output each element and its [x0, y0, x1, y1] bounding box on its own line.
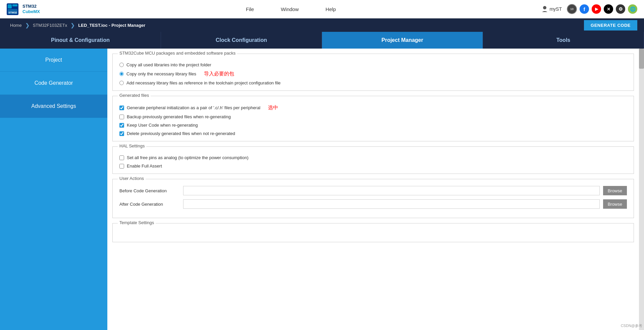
- generated-files-title: Generated files: [118, 93, 151, 98]
- annotation-gen-peripheral: 选中: [268, 105, 278, 111]
- myst-label: myST: [549, 6, 562, 12]
- radio-copy-necessary[interactable]: Copy only the necessary library files 导入…: [119, 71, 627, 77]
- logo-text-stm32: STM32: [22, 4, 40, 9]
- annotation-copy-necessary: 导入必要的包: [204, 71, 234, 77]
- breadcrumb-project[interactable]: LED_TEST.ioc - Project Manager: [75, 23, 149, 28]
- checkbox-full-assert[interactable]: Enable Full Assert: [119, 163, 627, 169]
- before-codegen-input[interactable]: [183, 186, 600, 195]
- svg-rect-2: [12, 4, 17, 6]
- icon-github[interactable]: ⚙: [616, 4, 625, 14]
- checkbox-gen-peripheral[interactable]: Generate peripheral initialization as a …: [119, 105, 627, 111]
- radio-add-reference[interactable]: Add necessary library files as reference…: [119, 80, 627, 85]
- checkbox-keep-user-code[interactable]: Keep User Code when re-generating: [119, 123, 627, 128]
- icon-x-twitter[interactable]: ✕: [604, 4, 613, 14]
- breadcrumb-chip[interactable]: STM32F103ZETx: [30, 23, 71, 28]
- breadcrumb-sep-1: ❯: [25, 22, 30, 28]
- logo-icon: STM32: [7, 3, 18, 15]
- social-icons-area: 10 f ▶ ✕ ⚙ 🌐: [567, 4, 637, 14]
- logo-text-cubemx: CubeMX: [22, 9, 40, 14]
- mcu-packages-options: Copy all used libraries into the project…: [119, 62, 627, 85]
- icon-youtube[interactable]: ▶: [592, 4, 601, 14]
- breadcrumb-sep-2: ❯: [70, 22, 75, 28]
- mcu-packages-title: STM32Cube MCU packages and embedded soft…: [118, 51, 237, 56]
- sidebar-item-project[interactable]: Project: [0, 49, 107, 72]
- breadcrumb-home[interactable]: Home: [7, 23, 25, 28]
- radio-copy-all-input[interactable]: [119, 63, 124, 67]
- user-actions-title: User Actions: [118, 176, 146, 181]
- scrollbar-track[interactable]: [639, 49, 644, 330]
- tab-clock[interactable]: Clock Configuration: [161, 32, 322, 49]
- top-menu: File Window Help: [40, 5, 542, 14]
- sidebar: Project Code Generator Advanced Settings: [0, 49, 107, 330]
- menu-file[interactable]: File: [243, 5, 257, 14]
- after-codegen-browse[interactable]: Browse: [603, 199, 627, 209]
- checkbox-full-assert-input[interactable]: [119, 164, 124, 169]
- top-bar: STM32 STM32 CubeMX File Window Help myST…: [0, 0, 644, 18]
- main-content: STM32Cube MCU packages and embedded soft…: [107, 49, 639, 330]
- hal-settings-section: HAL Settings Set all free pins as analog…: [112, 146, 634, 174]
- radio-copy-all[interactable]: Copy all used libraries into the project…: [119, 62, 627, 67]
- user-actions-section: User Actions Before Code Generation Brow…: [112, 179, 634, 218]
- icon-facebook[interactable]: f: [580, 4, 589, 14]
- menu-window[interactable]: Window: [277, 5, 302, 14]
- checkbox-gen-peripheral-input[interactable]: [119, 106, 124, 110]
- svg-rect-1: [8, 4, 12, 8]
- action-row-before: Before Code Generation Browse: [119, 186, 627, 195]
- tab-pinout[interactable]: Pinout & Configuration: [0, 32, 161, 49]
- before-codegen-browse[interactable]: Browse: [603, 186, 627, 195]
- after-codegen-input[interactable]: [183, 199, 600, 209]
- hal-settings-title: HAL Settings: [118, 143, 146, 148]
- radio-add-reference-input[interactable]: [119, 81, 124, 85]
- checkbox-analog-pins[interactable]: Set all free pins as analog (to optimize…: [119, 155, 627, 160]
- checkbox-backup-files[interactable]: Backup previously generated files when r…: [119, 114, 627, 119]
- checkbox-backup-files-input[interactable]: [119, 115, 124, 119]
- top-right-area: myST 10 f ▶ ✕ ⚙ 🌐: [542, 4, 637, 14]
- icon-globe[interactable]: 🌐: [628, 4, 637, 14]
- svg-text:STM32: STM32: [8, 11, 17, 14]
- breadcrumb-bar: Home ❯ STM32F103ZETx ❯ LED_TEST.ioc - Pr…: [0, 18, 644, 32]
- sidebar-item-advanced-settings[interactable]: Advanced Settings: [0, 95, 107, 118]
- scrollbar-thumb[interactable]: [639, 49, 644, 69]
- watermark: CSDN@参考: [621, 323, 642, 328]
- tab-tools[interactable]: Tools: [483, 32, 644, 49]
- after-codegen-label: After Code Generation: [119, 202, 180, 207]
- myst-button[interactable]: myST: [542, 6, 562, 12]
- mcu-packages-section: STM32Cube MCU packages and embedded soft…: [112, 54, 634, 91]
- checkbox-keep-user-code-input[interactable]: [119, 123, 124, 128]
- svg-point-5: [543, 6, 546, 9]
- template-settings-title: Template Settings: [118, 220, 156, 225]
- action-row-after: After Code Generation Browse: [119, 199, 627, 209]
- radio-copy-necessary-input[interactable]: [119, 72, 124, 76]
- before-codegen-label: Before Code Generation: [119, 188, 180, 193]
- generate-code-button[interactable]: GENERATE CODE: [584, 20, 637, 30]
- template-settings-section: Template Settings: [112, 223, 634, 242]
- hal-settings-options: Set all free pins as analog (to optimize…: [119, 155, 627, 169]
- content-area: Project Code Generator Advanced Settings…: [0, 49, 644, 330]
- generated-files-options: Generate peripheral initialization as a …: [119, 105, 627, 136]
- checkbox-delete-generated-input[interactable]: [119, 131, 124, 136]
- checkbox-delete-generated[interactable]: Delete previously generated files when n…: [119, 131, 627, 136]
- checkbox-analog-pins-input[interactable]: [119, 155, 124, 160]
- generated-files-section: Generated files Generate peripheral init…: [112, 96, 634, 141]
- icon-anniversary[interactable]: 10: [567, 4, 577, 14]
- menu-help[interactable]: Help: [322, 5, 339, 14]
- tab-project-manager[interactable]: Project Manager: [322, 32, 483, 49]
- main-tabs: Pinout & Configuration Clock Configurati…: [0, 32, 644, 49]
- sidebar-item-code-generator[interactable]: Code Generator: [0, 72, 107, 95]
- app-logo: STM32 STM32 CubeMX: [7, 3, 40, 15]
- user-icon: [542, 6, 548, 12]
